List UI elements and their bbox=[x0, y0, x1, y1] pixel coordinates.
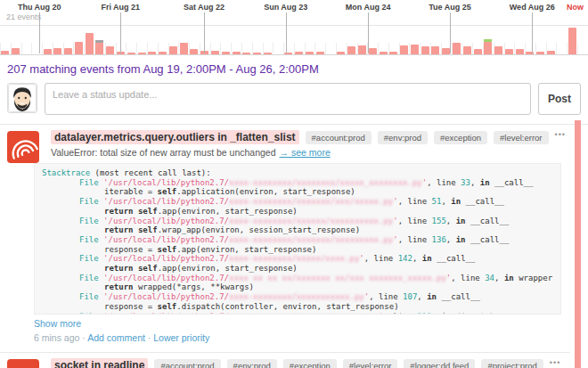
histogram-bar-slot[interactable] bbox=[525, 26, 535, 54]
histogram-bar bbox=[505, 49, 513, 54]
histogram-bar-slot[interactable] bbox=[168, 26, 179, 54]
histogram-bar-slot[interactable] bbox=[336, 26, 347, 54]
histogram-bar-slot[interactable] bbox=[21, 26, 32, 54]
event-action-link[interactable]: Lower priority bbox=[153, 332, 209, 343]
event-tag[interactable]: #level:error bbox=[343, 359, 398, 368]
histogram-bar-slot[interactable] bbox=[347, 26, 357, 54]
y-axis-label: 21 events bbox=[6, 12, 41, 21]
histogram-bar-slot[interactable] bbox=[388, 26, 399, 54]
histogram-bar-slot[interactable] bbox=[0, 26, 11, 54]
event-tag[interactable]: #exception bbox=[283, 359, 337, 368]
histogram-bar-slot[interactable] bbox=[420, 26, 430, 54]
event-tag[interactable]: #level:error bbox=[494, 131, 549, 144]
stacktrace-block: Stacktrace (most recent call last):File … bbox=[34, 163, 561, 315]
event-tag[interactable]: #exception bbox=[434, 131, 487, 144]
day-axis-label: Thu Aug 20 bbox=[18, 3, 61, 12]
histogram-bar-slot[interactable] bbox=[472, 26, 483, 54]
histogram-bar-slot[interactable] bbox=[11, 26, 21, 54]
histogram-bar bbox=[295, 52, 303, 54]
histogram-bar-slot[interactable] bbox=[252, 26, 263, 54]
histogram-bar-slot[interactable] bbox=[158, 26, 168, 54]
histogram-bar-slot[interactable] bbox=[136, 26, 147, 54]
post-button[interactable]: Post bbox=[538, 83, 581, 115]
histogram-bar-slot[interactable] bbox=[73, 26, 84, 54]
histogram-bar-slot[interactable] bbox=[42, 26, 53, 54]
histogram-bar bbox=[463, 46, 471, 54]
more-options-icon[interactable]: ••• bbox=[550, 358, 560, 367]
histogram-bar-slot[interactable] bbox=[189, 26, 200, 54]
histogram-bar-slot[interactable] bbox=[263, 26, 274, 54]
slot-tick bbox=[31, 43, 32, 54]
day-tick-line bbox=[450, 12, 451, 53]
status-update-input[interactable] bbox=[45, 83, 531, 115]
histogram-bar-slot[interactable] bbox=[483, 26, 494, 54]
histogram-bar bbox=[253, 53, 261, 54]
stacktrace-file-line: File '/usr/local/lib/python2.7/xxxx-xxxx… bbox=[42, 292, 553, 302]
histogram-bar-slot[interactable] bbox=[94, 26, 105, 54]
event-action-link[interactable]: Add comment bbox=[87, 332, 145, 343]
more-options-icon[interactable]: ••• bbox=[555, 130, 566, 139]
slot-tick bbox=[325, 43, 326, 54]
histogram-bar-slot[interactable] bbox=[567, 26, 577, 54]
histogram-bar-slot[interactable] bbox=[452, 26, 462, 54]
histogram-bar bbox=[400, 45, 408, 54]
histogram-bar-slot[interactable] bbox=[357, 26, 368, 54]
histogram-bar bbox=[159, 52, 167, 54]
stacktrace-file-line: File '/usr/local/lib/python2.7/xxxx-xxxx… bbox=[42, 254, 553, 264]
histogram-bar-slot[interactable] bbox=[294, 26, 305, 54]
event-tag[interactable]: #env:prod bbox=[378, 131, 428, 144]
histogram-bar bbox=[264, 53, 272, 54]
stacktrace-file-line: File '/usr/local/lib/python2.7/xxxx xx x… bbox=[42, 274, 553, 283]
histogram-bar-slot[interactable] bbox=[430, 26, 441, 54]
histogram-bar-slot[interactable] bbox=[556, 26, 567, 54]
histogram-bar-slot[interactable] bbox=[220, 26, 231, 54]
event-title[interactable]: datalayer.metrics.query.outliers in _fla… bbox=[51, 130, 299, 144]
histogram-bar-slot[interactable] bbox=[535, 26, 546, 54]
histogram-bar bbox=[169, 46, 177, 54]
now-label: Now bbox=[567, 3, 584, 12]
histogram-bar-slot[interactable] bbox=[314, 26, 325, 54]
histogram-bar-slot[interactable] bbox=[514, 26, 525, 54]
histogram-bar-slot[interactable] bbox=[84, 26, 94, 54]
histogram-bar bbox=[138, 53, 146, 54]
histogram-bar bbox=[568, 28, 576, 54]
histogram-bar-slot[interactable] bbox=[305, 26, 315, 54]
sentry-icon bbox=[7, 131, 39, 163]
histogram-bar bbox=[306, 52, 314, 54]
see-more-link[interactable]: → see more bbox=[280, 147, 331, 158]
histogram-bar bbox=[337, 52, 345, 54]
histogram-bar-slot[interactable] bbox=[147, 26, 158, 54]
histogram-bar-slot[interactable] bbox=[231, 26, 241, 54]
histogram-bar-slot[interactable] bbox=[325, 26, 336, 54]
histogram-bar-slot[interactable] bbox=[241, 26, 252, 54]
histogram-bar-slot[interactable] bbox=[31, 26, 42, 54]
histogram-bar-slot[interactable] bbox=[273, 26, 283, 54]
histogram-bar-slot[interactable] bbox=[53, 26, 63, 54]
histogram-bar-slot[interactable] bbox=[399, 26, 410, 54]
histogram-bar-slot[interactable] bbox=[494, 26, 504, 54]
histogram-bar-slot[interactable] bbox=[178, 26, 189, 54]
histogram-bar-slot[interactable] bbox=[126, 26, 136, 54]
histogram-bar-slot[interactable] bbox=[546, 26, 557, 54]
histogram-bar-slot[interactable] bbox=[63, 26, 74, 54]
event-tag[interactable]: #logger:dd.feed bbox=[404, 359, 475, 368]
event-tag[interactable]: #account:prod bbox=[154, 359, 220, 368]
show-more-link[interactable]: Show more bbox=[34, 318, 81, 329]
histogram-bar-slot[interactable] bbox=[409, 26, 420, 54]
histogram-bar bbox=[75, 42, 83, 54]
stacktrace-code-line: return self.wrap_app(environ, session_st… bbox=[42, 225, 553, 235]
stacktrace-code-line: iterable = self.application(environ, sta… bbox=[42, 187, 553, 197]
histogram-bar-slot[interactable] bbox=[105, 26, 116, 54]
event-tag[interactable]: #project:prod bbox=[481, 359, 543, 368]
event-tag[interactable]: #account:prod bbox=[306, 131, 372, 144]
histogram-bar-slot[interactable] bbox=[378, 26, 388, 54]
histogram-bar bbox=[95, 40, 103, 54]
histogram-bar-slot[interactable] bbox=[210, 26, 221, 54]
matching-events-summary: 207 matching events from Aug 19, 2:00PM … bbox=[0, 55, 588, 81]
event-title[interactable]: socket in readline bbox=[51, 358, 148, 368]
histogram-bar bbox=[484, 39, 492, 54]
histogram-bar-slot[interactable] bbox=[504, 26, 515, 54]
histogram-bar-slot[interactable] bbox=[461, 26, 472, 54]
histogram-bar-slot[interactable] bbox=[577, 26, 588, 54]
event-tag[interactable]: #env:prod bbox=[227, 359, 277, 368]
